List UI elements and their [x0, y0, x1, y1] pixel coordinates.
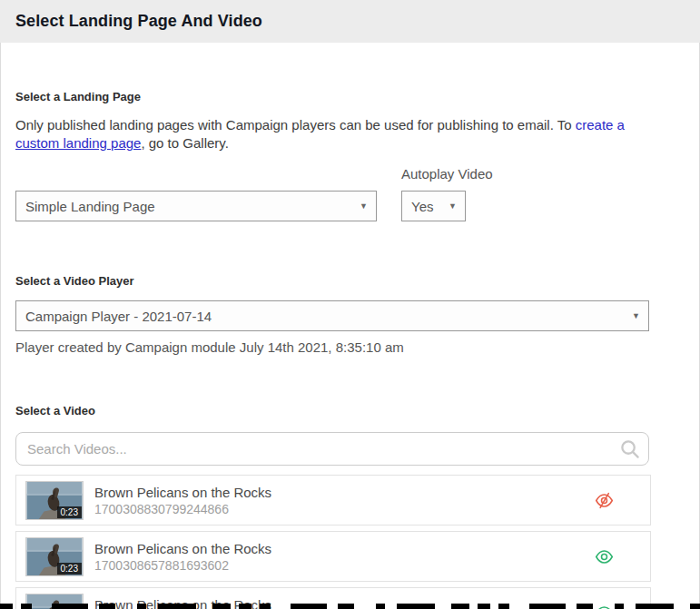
- video-player-select[interactable]: Campaign Player - 2021-07-14 ▼: [15, 300, 649, 331]
- video-title: Brown Pelicans on the Rocks: [94, 485, 271, 500]
- video-meta: Brown Pelicans on the Rocks 170030883079…: [94, 485, 271, 516]
- video-thumbnail: 0:23: [25, 481, 84, 520]
- video-search: [15, 432, 649, 466]
- description-text-after: , go to Gallery.: [141, 135, 228, 151]
- video-duration-badge: 0:23: [57, 506, 82, 518]
- video-player-section-label: Select a Video Player: [15, 274, 685, 288]
- search-icon: [619, 438, 640, 459]
- landing-page-select-value: Simple Landing Page: [25, 199, 155, 214]
- page-title: Select Landing Page And Video: [15, 12, 262, 31]
- description-text-before: Only published landing pages with Campai…: [15, 117, 576, 133]
- autoplay-video-label: Autoplay Video: [401, 166, 493, 182]
- search-videos-input[interactable]: [15, 432, 649, 466]
- video-meta: Brown Pelicans on the Rocks 170030865788…: [94, 541, 271, 573]
- chevron-down-icon: ▼: [632, 311, 640, 320]
- landing-page-section-label: Select a Landing Page: [15, 90, 685, 103]
- eye-icon[interactable]: [595, 547, 614, 566]
- dialog-header: Select Landing Page And Video: [0, 0, 700, 43]
- video-title: Brown Pelicans on the Rocks: [94, 541, 271, 556]
- video-id: 1700308657881693602: [94, 558, 271, 573]
- landing-page-description: Only published landing pages with Campai…: [15, 116, 669, 152]
- video-list: 0:23 Brown Pelicans on the Rocks 1700308…: [15, 475, 651, 609]
- chevron-down-icon: ▼: [449, 201, 457, 211]
- link-text-line1[interactable]: create a: [576, 117, 625, 133]
- autoplay-column: Autoplay Video Yes ▼: [401, 166, 493, 221]
- autoplay-select[interactable]: Yes ▼: [401, 191, 466, 221]
- select-landing-page-dialog: Select Landing Page And Video Select a L…: [0, 0, 700, 609]
- dialog-content: Select a Landing Page Only published lan…: [0, 43, 700, 609]
- video-duration-badge: 0:23: [57, 563, 82, 575]
- video-thumbnail: 0:23: [25, 537, 84, 576]
- landing-page-controls: Simple Landing Page ▼ Autoplay Video Yes…: [15, 166, 685, 221]
- video-list-item[interactable]: 0:23 Brown Pelicans on the Rocks 1700308…: [15, 531, 651, 582]
- video-id: 1700308830799244866: [94, 502, 271, 516]
- eye-slash-icon[interactable]: [595, 491, 614, 510]
- autoplay-select-value: Yes: [411, 199, 433, 214]
- chevron-down-icon: ▼: [360, 201, 368, 211]
- select-video-section-label: Select a Video: [15, 404, 685, 417]
- cutoff-content-strip: [0, 604, 700, 609]
- video-player-select-value: Campaign Player - 2021-07-14: [25, 309, 212, 324]
- video-list-item[interactable]: 0:23 Brown Pelicans on the Rocks 1700308…: [15, 475, 651, 526]
- player-created-caption: Player created by Campaign module July 1…: [15, 339, 685, 355]
- link-text-line2[interactable]: custom landing page: [15, 135, 141, 151]
- landing-page-select[interactable]: Simple Landing Page ▼: [15, 191, 377, 221]
